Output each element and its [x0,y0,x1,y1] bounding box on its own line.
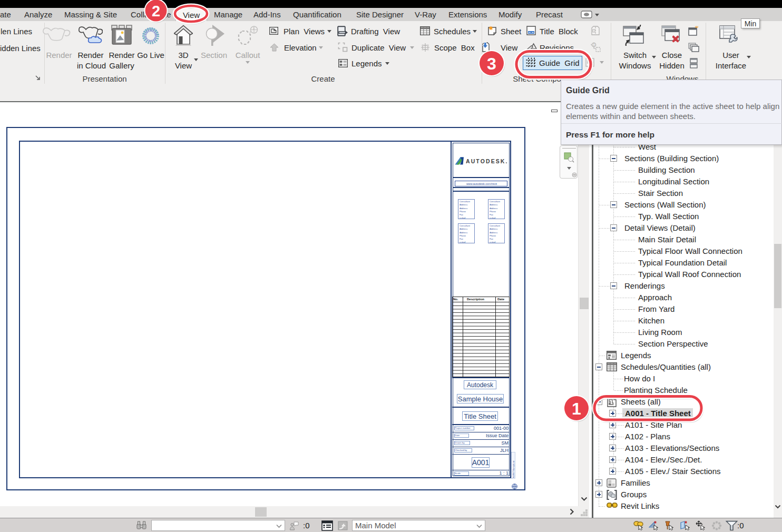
svg-text:1: 1 [253,27,255,30]
svg-text:AUTODESK.: AUTODESK. [466,158,509,164]
svg-text:1: 1 [593,43,595,46]
svg-text:N:\RVT\Sample.rvt: N:\RVT\Sample.rvt [512,460,515,478]
